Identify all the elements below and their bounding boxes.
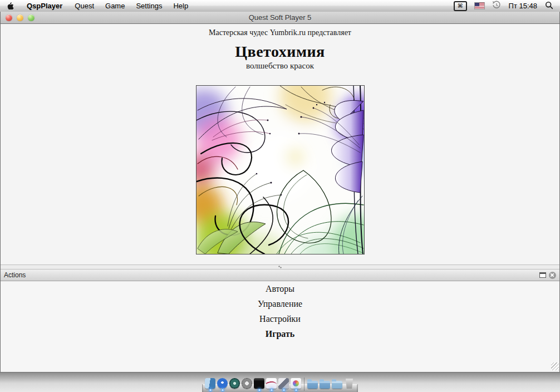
apple-menu[interactable] xyxy=(0,0,20,12)
dock-separator xyxy=(302,376,306,389)
running-indicator xyxy=(209,389,212,391)
input-source-us-flag-icon xyxy=(475,3,484,9)
desktop-background xyxy=(0,373,560,392)
presents-line: Мастерская чудес Yumbrik.ru представляет xyxy=(1,24,559,37)
splitter-grip-icon xyxy=(278,266,282,268)
time-machine-icon xyxy=(492,1,501,11)
menu-item-label: QspPlayer xyxy=(27,2,62,10)
action-link-settings[interactable]: Настройки xyxy=(1,311,559,326)
dock xyxy=(204,374,356,392)
actions-list: Авторы Управление Настройки Играть xyxy=(1,281,559,371)
spotlight-icon xyxy=(545,1,553,11)
dock-icon-applications-folder[interactable] xyxy=(307,375,318,389)
dock-icon-system-preferences[interactable] xyxy=(241,375,253,389)
dock-icon-image-editor[interactable] xyxy=(278,375,289,389)
menu-item-qspplayer[interactable]: QspPlayer xyxy=(20,0,69,12)
game-subtitle: волшебство красок xyxy=(1,61,559,71)
window-title: Quest Soft Player 5 xyxy=(1,13,559,22)
window-title-bar[interactable]: Quest Soft Player 5 xyxy=(1,12,559,24)
menu-item-quest[interactable]: Quest xyxy=(69,0,100,12)
menu-bar-status: ⌘ Пт 15:48 xyxy=(454,0,560,12)
close-panel-icon xyxy=(549,272,556,279)
dock-icon-terminal[interactable] xyxy=(253,375,265,389)
running-indicator xyxy=(282,389,285,391)
game-content-area: Мастерская чудес Yumbrik.ru представляет… xyxy=(1,24,559,264)
qsp-player-window: Quest Soft Player 5 Мастерская чудес Yum… xyxy=(0,12,560,373)
menu-bar-left: QspPlayer Quest Game Settings Help xyxy=(0,0,194,12)
menu-item-label: Help xyxy=(173,2,188,10)
running-indicator xyxy=(221,389,224,391)
window-resize-grip[interactable] xyxy=(551,362,559,370)
action-link-play[interactable]: Играть xyxy=(1,326,559,341)
apple-icon xyxy=(7,1,14,11)
close-panel-button[interactable] xyxy=(548,271,556,279)
dock-icon-downloads-folder[interactable] xyxy=(331,375,343,389)
action-link-authors[interactable]: Авторы xyxy=(1,281,559,296)
panel-splitter[interactable] xyxy=(1,264,559,270)
menu-item-help[interactable]: Help xyxy=(168,0,194,12)
menu-bar: QspPlayer Quest Game Settings Help ⌘ Пт … xyxy=(0,0,560,12)
dock-icon-documents-folder[interactable] xyxy=(319,375,331,389)
menu-bar-clock[interactable]: Пт 15:48 xyxy=(509,0,537,12)
spotlight-menu[interactable] xyxy=(545,0,553,12)
dock-icon-finder[interactable] xyxy=(204,375,216,389)
game-artwork-image xyxy=(196,85,365,254)
menu-item-label: Quest xyxy=(75,2,94,10)
keyboard-viewer-icon: ⌘ xyxy=(454,1,467,11)
game-title: Цветохимия xyxy=(1,42,559,61)
running-indicator xyxy=(258,389,261,391)
float-panel-icon xyxy=(539,272,546,278)
dock-icon-safari[interactable] xyxy=(217,375,228,389)
float-panel-button[interactable] xyxy=(539,271,547,279)
action-link-controls[interactable]: Управление xyxy=(1,296,559,311)
actions-panel-header: Actions xyxy=(1,270,559,281)
dock-icons-row xyxy=(204,375,355,389)
clock-text: Пт 15:48 xyxy=(509,2,537,10)
time-machine-menu[interactable] xyxy=(492,0,501,12)
keyboard-viewer-menu[interactable]: ⌘ xyxy=(454,0,467,12)
menu-item-settings[interactable]: Settings xyxy=(130,0,168,12)
running-indicator xyxy=(294,389,297,391)
dock-icon-trash[interactable] xyxy=(343,375,355,389)
dock-icon-photo-app[interactable] xyxy=(290,375,302,389)
dock-icon-time-machine[interactable] xyxy=(229,375,240,389)
menu-item-game[interactable]: Game xyxy=(100,0,130,12)
actions-panel-title: Actions xyxy=(4,271,26,279)
input-source-menu[interactable] xyxy=(475,0,484,12)
dock-icon-grapher[interactable] xyxy=(266,375,277,389)
menu-item-label: Settings xyxy=(136,2,162,10)
running-indicator xyxy=(270,389,273,391)
menu-item-label: Game xyxy=(105,2,125,10)
